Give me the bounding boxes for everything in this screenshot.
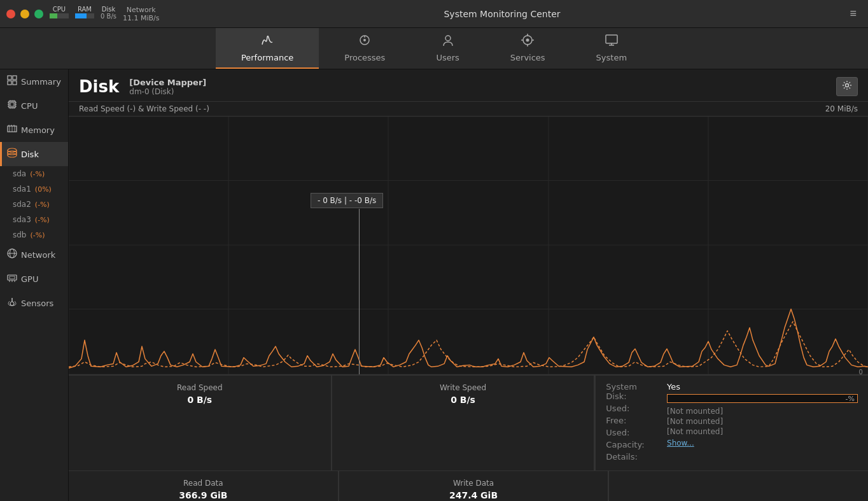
close-button[interactable]: [6, 10, 15, 18]
memory-label: Memory: [21, 125, 55, 135]
sidebar: Summary: [0, 69, 69, 501]
free-key: Free:: [606, 416, 657, 425]
disk-header: Disk [Device Mapper] dm-0 (Disk): [69, 69, 868, 102]
sidebar-sub-sda2[interactable]: sda2 (-%): [0, 197, 68, 212]
not-mounted-1: [Not mounted]: [667, 407, 858, 416]
sidebar-item-summary[interactable]: Summary: [0, 69, 68, 94]
free-row: Free:: [606, 416, 659, 425]
svg-point-1: [363, 39, 366, 41]
used2-row: Used:: [606, 428, 659, 437]
disk-sidebar-label: Disk: [21, 150, 39, 159]
svg-rect-10: [606, 35, 617, 43]
tab-system[interactable]: System: [571, 28, 652, 69]
svg-rect-48: [8, 275, 17, 280]
summary-label: Summary: [21, 77, 61, 87]
system-disk-info: System Disk: Used: Free: Used: Capacity:: [595, 376, 868, 470]
tab-performance[interactable]: Performance: [216, 28, 319, 69]
summary-icon: [7, 75, 17, 88]
memory-icon: [7, 123, 17, 136]
not-mounted-2: [Not mounted]: [667, 417, 858, 426]
svg-point-44: [8, 148, 17, 152]
sidebar-item-gpu[interactable]: GPU: [0, 267, 68, 291]
write-data-label: Write Data: [453, 479, 494, 488]
svg-rect-15: [8, 81, 11, 85]
sidebar-sub-sda[interactable]: sda (-%): [0, 166, 68, 181]
tab-services[interactable]: Services: [485, 28, 571, 69]
read-data-block: Read Data 366.9 GiB: [69, 471, 339, 501]
content-area: Disk [Device Mapper] dm-0 (Disk) Read Sp…: [69, 69, 868, 501]
tab-bar: Performance Processes Users: [0, 28, 868, 69]
svg-rect-13: [8, 76, 11, 80]
disk-title: Disk: [79, 77, 119, 96]
cpu-icon: [7, 99, 17, 112]
svg-text:0: 0: [859, 369, 863, 374]
tab-processes-label: Processes: [344, 53, 385, 62]
sda3-label: sda3: [13, 215, 31, 224]
ram-bar: [75, 13, 94, 18]
sidebar-sub-sda1[interactable]: sda1 (0%): [0, 181, 68, 197]
cpu-bar: [50, 13, 69, 18]
write-speed-value: 0 B/s: [451, 395, 475, 405]
usage-progress-bar: -%: [667, 394, 858, 403]
window-title: System Monitoring Center: [160, 9, 845, 19]
network-indicator: Network 11.1 MiB/s: [123, 6, 160, 22]
menu-button[interactable]: ≡: [844, 4, 862, 23]
sidebar-item-disk[interactable]: Disk: [0, 142, 68, 166]
write-data-block: Write Data 247.4 GiB: [339, 471, 609, 501]
progress-pct-label: -%: [846, 395, 855, 404]
graph-container: 0 - 0 B/s | - -0 B/s: [69, 116, 868, 375]
details-key: Details:: [606, 452, 657, 462]
disk-device-name: [Device Mapper]: [129, 78, 206, 87]
sensors-icon: [7, 297, 17, 309]
sys-info-values: Yes -% [Not mounted] [Not mounted] [Not …: [667, 382, 858, 448]
network-value: 11.1 MiB/s: [123, 14, 160, 22]
tab-users-label: Users: [436, 53, 459, 62]
svg-rect-49: [10, 276, 15, 279]
cpu-bar-fill: [50, 13, 57, 18]
gpu-label: GPU: [21, 274, 38, 284]
sda-label: sda: [13, 169, 26, 178]
system-disk-key: System Disk:: [606, 382, 659, 401]
disk-indicator: Disk 0 B/s: [101, 6, 116, 22]
graph-label: Read Speed (-) & Write Speed (- -): [79, 104, 209, 113]
sidebar-item-sensors[interactable]: Sensors: [0, 291, 68, 315]
write-speed-block: Write Speed 0 B/s: [332, 376, 595, 470]
yes-value: Yes: [667, 382, 858, 392]
main-layout: Summary: [0, 69, 868, 501]
read-speed-label: Read Speed: [177, 383, 223, 392]
tab-users[interactable]: Users: [410, 28, 484, 69]
sda2-badge: (-%): [35, 201, 50, 209]
read-data-label: Read Data: [183, 479, 223, 488]
disk-label: Disk: [102, 6, 115, 13]
processes-icon: [358, 33, 372, 50]
svg-rect-14: [13, 76, 17, 80]
svg-point-5: [526, 39, 529, 42]
titlebar: CPU RAM Disk 0 B/s Network 11.1 MiB/s Sy…: [0, 0, 868, 28]
sdb-label: sdb: [13, 230, 27, 239]
sidebar-item-cpu[interactable]: CPU: [0, 94, 68, 118]
cpu-info-bar: CPU RAM Disk 0 B/s Network 11.1 MiB/s: [50, 6, 160, 22]
sidebar-item-memory[interactable]: Memory: [0, 118, 68, 142]
maximize-button[interactable]: [34, 10, 43, 18]
used-key: Used:: [606, 404, 657, 413]
cpu-label: CPU: [53, 6, 66, 13]
read-data-value: 366.9 GiB: [179, 490, 227, 500]
read-speed-value: 0 B/s: [187, 395, 212, 405]
network-sidebar-label: Network: [21, 250, 55, 260]
disk-subtitle: [Device Mapper] dm-0 (Disk): [129, 78, 206, 96]
sdb-badge: (-%): [31, 231, 45, 239]
sidebar-sub-sda3[interactable]: sda3 (-%): [0, 212, 68, 227]
capacity-key: Capacity:: [606, 440, 657, 449]
read-speed-block: Read Speed 0 B/s: [69, 376, 332, 470]
svg-point-55: [846, 84, 849, 87]
minimize-button[interactable]: [20, 10, 29, 18]
disk-header-right: [836, 77, 858, 96]
disk-settings-button[interactable]: [836, 77, 858, 96]
sidebar-item-network[interactable]: Network: [0, 243, 68, 267]
sda-badge: (-%): [30, 170, 45, 178]
tab-processes[interactable]: Processes: [319, 28, 410, 69]
show-link[interactable]: Show...: [667, 439, 858, 448]
system-icon: [605, 33, 619, 50]
tooltip-line: [359, 209, 360, 375]
sidebar-sub-sdb[interactable]: sdb (-%): [0, 227, 68, 243]
